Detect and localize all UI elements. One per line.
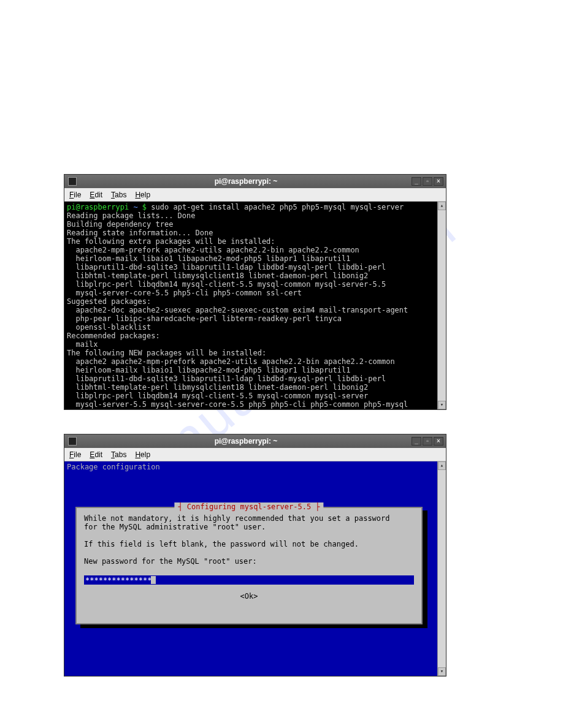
scrollbar[interactable]: ▴ ▾	[437, 461, 446, 676]
ok-button[interactable]: <Ok>	[77, 592, 421, 601]
menu-file[interactable]: File	[69, 450, 81, 459]
output-line: Reading package lists... Done	[67, 211, 196, 220]
terminal-window-2: pi@raspberrypi: ~ _ ▫ × File Edit Tabs H…	[64, 434, 446, 677]
package-config-header: Package configuration	[67, 463, 160, 471]
window-title: pi@raspberrypi: ~	[80, 437, 412, 446]
titlebar[interactable]: pi@raspberrypi: ~ _ ▫ ×	[64, 175, 446, 188]
menu-edit[interactable]: Edit	[90, 191, 102, 199]
prompt-path: ~	[133, 203, 137, 211]
close-button[interactable]: ×	[434, 437, 443, 446]
maximize-button[interactable]: ▫	[423, 177, 432, 186]
config-dialog: ┤ Configuring mysql-server-5.5 ├ While n…	[75, 507, 423, 624]
menu-file[interactable]: File	[69, 191, 81, 199]
output-line: heirloom-mailx libaio1 libapache2-mod-ph…	[67, 254, 350, 263]
maximize-button[interactable]: ▫	[423, 437, 432, 446]
output-line: libplrpc-perl libqdbm14 mysql-client-5.5…	[67, 280, 386, 289]
scroll-down-icon[interactable]: ▾	[438, 667, 446, 676]
output-line: heirloom-mailx libaio1 libapache2-mod-ph…	[67, 366, 350, 374]
menu-help[interactable]: Help	[135, 450, 150, 459]
menu-tabs[interactable]: Tabs	[111, 450, 126, 459]
close-button[interactable]: ×	[434, 177, 443, 186]
terminal-app-icon	[68, 177, 77, 186]
output-line: Recommended packages:	[67, 332, 160, 340]
minimize-button[interactable]: _	[412, 177, 421, 186]
titlebar[interactable]: pi@raspberrypi: ~ _ ▫ ×	[64, 434, 446, 448]
scroll-up-icon[interactable]: ▴	[438, 461, 446, 470]
output-line: Building dependency tree	[67, 220, 173, 229]
menu-help[interactable]: Help	[135, 191, 150, 199]
menu-tabs[interactable]: Tabs	[111, 191, 126, 199]
output-line: php-pear libipc-sharedcache-perl libterm…	[67, 314, 342, 323]
prompt-symbol: $	[142, 203, 147, 211]
password-mask: ***************	[85, 576, 151, 585]
terminal-app-icon	[68, 437, 77, 446]
terminal-window-1: pi@raspberrypi: ~ _ ▫ × File Edit Tabs H…	[64, 174, 446, 410]
output-line: mailx	[67, 340, 98, 349]
prompt-user: pi@raspberrypi	[67, 203, 129, 211]
dialog-title: ┤ Configuring mysql-server-5.5 ├	[174, 502, 323, 511]
scrollbar[interactable]: ▴ ▾	[437, 202, 446, 409]
password-input[interactable]: ***************	[84, 575, 414, 585]
minimize-button[interactable]: _	[412, 437, 421, 446]
output-line: apache2-doc apache2-suexec apache2-suexe…	[67, 306, 408, 314]
output-line: libhtml-template-perl libmysqlclient18 l…	[67, 271, 368, 280]
text-cursor-icon	[151, 576, 156, 584]
output-line: The following NEW packages will be insta…	[67, 349, 266, 357]
output-line: mysql-server-core-5.5 php5-cli php5-comm…	[67, 289, 302, 297]
output-line: mysql-server-5.5 mysql-server-core-5.5 p…	[67, 400, 408, 409]
output-line: apache2-mpm-prefork apache2-utils apache…	[67, 246, 359, 254]
menubar: File Edit Tabs Help	[64, 188, 446, 202]
menubar: File Edit Tabs Help	[64, 448, 446, 461]
menu-edit[interactable]: Edit	[90, 450, 102, 459]
ncurses-screen: Package configuration ┤ Configuring mysq…	[64, 461, 446, 676]
output-line: Suggested packages:	[67, 297, 151, 306]
command-text: sudo apt-get install apache2 php5 php5-m…	[151, 203, 404, 211]
window-title: pi@raspberrypi: ~	[80, 177, 412, 186]
output-line: The following extra packages will be ins…	[67, 237, 275, 246]
output-line: libplrpc-perl libqdbm14 mysql-client-5.5…	[67, 392, 368, 400]
output-line: libhtml-template-perl libmysqlclient18 l…	[67, 383, 368, 392]
output-line: openssl-blacklist	[67, 323, 151, 332]
output-line: Reading state information... Done	[67, 229, 213, 237]
output-line: libaprutil1-dbd-sqlite3 libaprutil1-ldap…	[67, 374, 386, 383]
output-line: apache2 apache2-mpm-prefork apache2-util…	[67, 357, 395, 366]
terminal-output[interactable]: pi@raspberrypi ~ $ sudo apt-get install …	[64, 202, 446, 409]
output-line: libaprutil1-dbd-sqlite3 libaprutil1-ldap…	[67, 263, 386, 271]
scroll-up-icon[interactable]: ▴	[438, 202, 446, 210]
scroll-down-icon[interactable]: ▾	[438, 401, 446, 409]
dialog-body: While not mandatory, it is highly recomm…	[77, 508, 421, 572]
